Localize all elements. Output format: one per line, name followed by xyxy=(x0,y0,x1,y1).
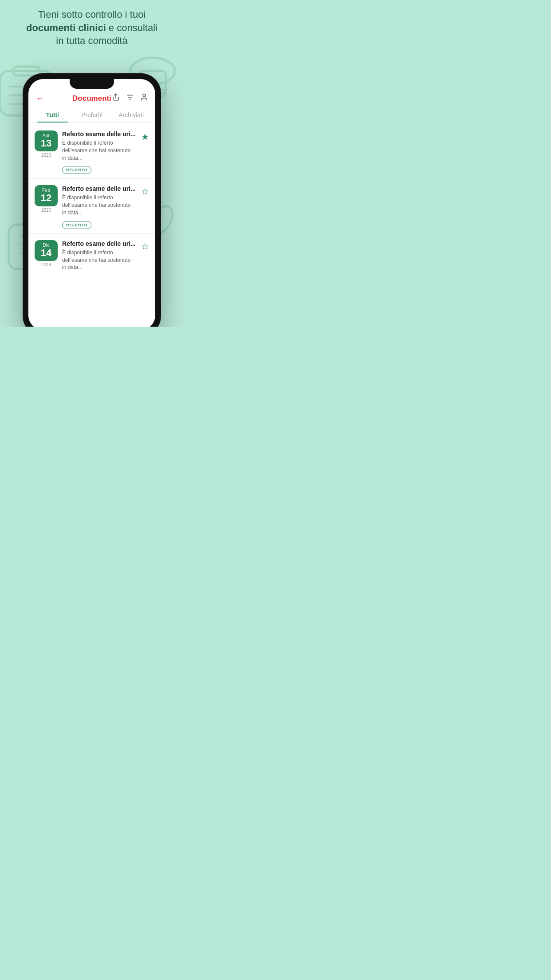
tab-bar: Tutti Preferiti Archiviati xyxy=(28,107,155,122)
document-title: Referto esame delle uri... xyxy=(62,185,136,192)
svg-rect-1 xyxy=(13,67,40,75)
favorite-star-button[interactable]: ☆ xyxy=(141,241,149,252)
share-icon[interactable] xyxy=(112,93,120,103)
filter-icon[interactable] xyxy=(126,93,134,103)
document-tag: REFERTO xyxy=(62,166,91,174)
date-badge: Dic 14 xyxy=(35,240,58,261)
phone-notch xyxy=(70,79,114,89)
date-day: 12 xyxy=(41,193,51,203)
tab-preferiti[interactable]: Preferiti xyxy=(72,107,112,122)
app-title: Documenti xyxy=(72,94,111,103)
document-list: Apr 13 2020 Referto esame delle uri... È… xyxy=(28,122,155,327)
tab-tutti[interactable]: Tutti xyxy=(33,107,72,122)
date-column: Dic 14 2019 xyxy=(35,240,58,267)
date-year: 2019 xyxy=(41,262,51,267)
date-badge: Apr 13 xyxy=(35,130,58,151)
date-year: 2020 xyxy=(41,208,51,213)
date-badge: Feb 12 xyxy=(35,185,58,206)
document-item[interactable]: Apr 13 2020 Referto esame delle uri... È… xyxy=(28,124,155,179)
promo-header: Tieni sotto controllo i tuoi documenti c… xyxy=(0,8,184,47)
background: Tieni sotto controllo i tuoi documenti c… xyxy=(0,0,184,327)
document-info: Referto esame delle uri... È disponibile… xyxy=(62,185,136,229)
date-column: Feb 12 2020 xyxy=(35,185,58,212)
document-info: Referto esame delle uri... È disponibile… xyxy=(62,240,136,275)
date-year: 2020 xyxy=(41,153,51,158)
phone-screen: ← Documenti xyxy=(28,79,155,327)
document-description: È disponibile il referto dell'esame che … xyxy=(62,249,136,271)
date-day: 13 xyxy=(41,138,51,149)
document-info: Referto esame delle uri... È disponibile… xyxy=(62,130,136,174)
profile-icon[interactable] xyxy=(140,93,148,103)
favorite-star-button[interactable]: ☆ xyxy=(141,186,149,197)
document-description: È disponibile il referto dell'esame che … xyxy=(62,139,136,162)
favorite-star-button[interactable]: ★ xyxy=(141,131,149,142)
header-left: ← xyxy=(35,93,44,103)
document-tag: REFERTO xyxy=(62,221,91,229)
phone-frame: ← Documenti xyxy=(23,74,161,327)
document-title: Referto esame delle uri... xyxy=(62,130,136,138)
promo-title: Tieni sotto controllo i tuoi documenti c… xyxy=(11,8,173,47)
document-item[interactable]: Feb 12 2020 Referto esame delle uri... È… xyxy=(28,179,155,233)
document-title: Referto esame delle uri... xyxy=(62,240,136,247)
svg-point-18 xyxy=(143,94,146,97)
date-day: 14 xyxy=(41,248,51,258)
date-column: Apr 13 2020 xyxy=(35,130,58,158)
header-actions xyxy=(112,93,148,103)
app-content: ← Documenti xyxy=(28,79,155,327)
document-item[interactable]: Dic 14 2019 Referto esame delle uri... È… xyxy=(28,234,155,279)
document-description: È disponibile il referto dell'esame che … xyxy=(62,194,136,216)
back-button[interactable]: ← xyxy=(35,93,44,103)
tab-archiviati[interactable]: Archiviati xyxy=(111,107,151,122)
